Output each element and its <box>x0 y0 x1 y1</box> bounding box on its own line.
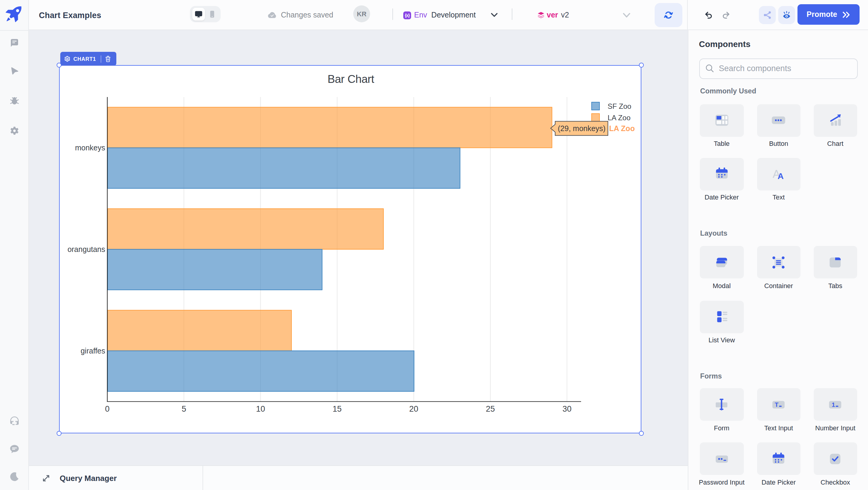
svg-text:T: T <box>775 401 779 408</box>
svg-text:Bar Chart: Bar Chart <box>328 73 375 85</box>
svg-text:5: 5 <box>182 404 186 414</box>
svg-text:20: 20 <box>409 404 418 414</box>
svg-text:30: 30 <box>562 404 571 414</box>
svg-text:A: A <box>778 172 784 181</box>
svg-text:15: 15 <box>333 404 342 414</box>
svg-text:orangutans: orangutans <box>67 245 105 253</box>
svg-text:monkeys: monkeys <box>75 144 105 152</box>
svg-text:(29, monkeys): (29, monkeys) <box>558 124 606 132</box>
svg-text:SF Zoo: SF Zoo <box>608 102 631 110</box>
svg-text:1: 1 <box>832 401 835 408</box>
svg-text:10: 10 <box>256 404 265 414</box>
svg-text:0: 0 <box>105 404 110 414</box>
svg-text:25: 25 <box>486 404 495 414</box>
svg-text:LA Zoo: LA Zoo <box>609 124 635 132</box>
svg-text:giraffes: giraffes <box>81 346 105 355</box>
svg-text:LA Zoo: LA Zoo <box>608 114 630 122</box>
